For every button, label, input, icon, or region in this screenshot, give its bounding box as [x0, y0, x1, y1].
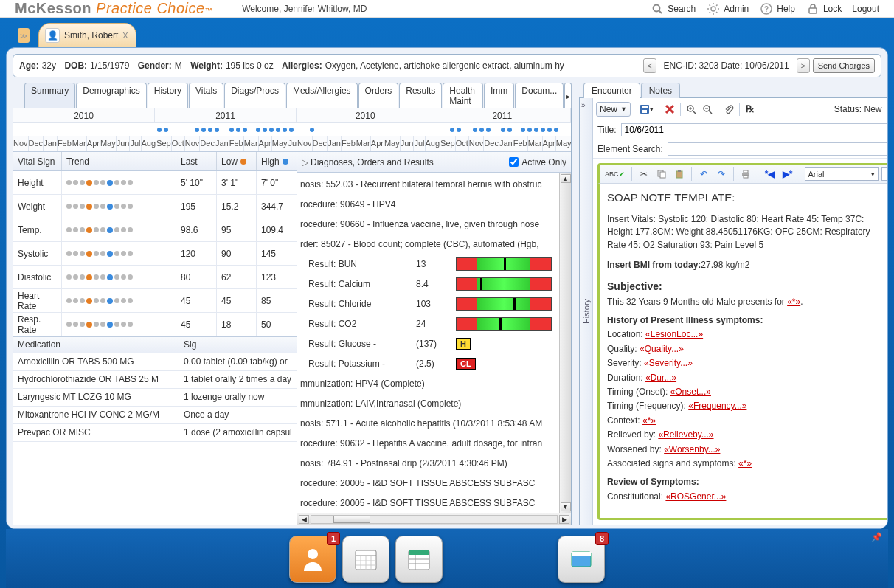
history-rail[interactable]: » History [580, 98, 593, 525]
template-field[interactable]: «*» [738, 458, 752, 468]
low-dot-icon [240, 159, 246, 165]
dock-calendar-icon[interactable] [342, 536, 389, 583]
diag-item[interactable]: rder: 85027 - Blood count; complete (CBC… [299, 234, 559, 254]
delete-icon[interactable] [662, 102, 677, 117]
zoom-out-icon[interactable] [700, 102, 715, 117]
svg-rect-32 [409, 550, 429, 555]
new-note-dropdown[interactable]: New ▼ [596, 102, 631, 117]
zoom-in-icon[interactable] [684, 102, 699, 117]
rx-icon[interactable]: ℞ [743, 102, 758, 117]
month-label: Mar [72, 136, 87, 151]
main-tab-results[interactable]: Results [399, 83, 442, 108]
main-tab-meds-allergies[interactable]: Meds/Allergies [286, 83, 358, 108]
element-search-input[interactable] [668, 142, 887, 156]
tab-encounter[interactable]: Encounter [583, 83, 640, 98]
main-tab-demographics[interactable]: Demographics [76, 83, 146, 108]
dock-window-icon[interactable]: 8 [558, 536, 605, 583]
save-icon[interactable]: ▾ [637, 102, 656, 117]
close-icon[interactable]: X [122, 31, 128, 40]
template-field[interactable]: «Dur...» [645, 373, 676, 383]
redo-icon[interactable]: ↷ [714, 167, 729, 181]
template-field[interactable]: «LesionLoc...» [645, 329, 703, 339]
encounter-prev-button[interactable]: < [643, 58, 656, 73]
result-row[interactable]: Result: Chloride 103 [299, 294, 559, 314]
timeline: 2010 2011 [13, 108, 297, 152]
attachment-icon[interactable] [721, 102, 736, 117]
encounter-next-button[interactable]: > [797, 58, 810, 73]
tab-scroll-right-button[interactable]: ▸ [564, 83, 572, 108]
prev-field-icon[interactable]: *◀ [763, 167, 777, 181]
diag-item[interactable]: nosis: 552.03 - Recurrent bilateral femo… [299, 174, 559, 194]
template-field[interactable]: «*» [642, 415, 656, 426]
main-tab-imm[interactable]: Imm [484, 83, 514, 108]
dock-patient-icon[interactable]: 1 [289, 536, 336, 583]
result-row[interactable]: Result: Potassium - (2.5) CL [299, 353, 559, 373]
print-icon[interactable] [738, 167, 753, 181]
dock-schedule-icon[interactable] [395, 536, 443, 583]
diag-item[interactable]: nosis: 784.91 - Postnasal drip (2/3/2011… [299, 453, 559, 473]
main-tab-health-maint[interactable]: Health Maint [443, 83, 483, 108]
trend-sparkline [62, 218, 176, 241]
result-row[interactable]: Result: BUN 13 [299, 254, 559, 274]
diag-item[interactable]: nosis: 571.1 - Acute alcoholic hepatitis… [299, 413, 559, 433]
template-field[interactable]: «Worsenby...» [664, 444, 720, 454]
month-label: Apr [543, 136, 556, 151]
svg-point-2 [711, 7, 715, 11]
main-tab-docum-[interactable]: Docum... [515, 83, 564, 108]
template-field[interactable]: «Frequency...» [688, 401, 746, 411]
active-only-checkbox[interactable]: Active Only [509, 157, 566, 167]
send-charges-button[interactable]: Send Charges [813, 58, 875, 73]
expand-panel-handle[interactable]: ≫ [18, 28, 30, 43]
main-tab-summary[interactable]: Summary [24, 83, 75, 108]
user-link[interactable]: Jennifer Whitlow, MD [284, 4, 367, 14]
template-field[interactable]: «ROSGener...» [665, 491, 726, 502]
next-field-icon[interactable]: ▶* [780, 167, 795, 181]
diag-item[interactable]: mmunization: HPV4 (Complete) [299, 373, 559, 393]
year-label: 2010 [13, 108, 155, 122]
month-label: Dec [200, 136, 215, 151]
title-input[interactable] [621, 123, 887, 136]
result-row[interactable]: Result: Calcium 8.4 [299, 274, 559, 294]
help-button[interactable]: ? Help [759, 1, 795, 16]
cut-icon[interactable]: ✂ [637, 167, 651, 181]
template-field[interactable]: «Onset...» [670, 387, 711, 397]
horizontal-scrollbar[interactable]: ◀ ▶ [297, 513, 571, 525]
trend-sparkline [62, 195, 176, 218]
font-size-select[interactable]: ▾ [881, 167, 887, 181]
font-family-select[interactable]: Arial▾ [805, 167, 879, 181]
pin-icon[interactable]: 📌 [871, 532, 882, 542]
diag-item[interactable]: rocedure: 90632 - Hepatitis A vaccine, a… [299, 433, 559, 453]
lock-button[interactable]: Lock [805, 1, 842, 16]
diag-item[interactable]: rocedure: 90660 - Influenza vaccine, liv… [299, 214, 559, 234]
admin-button[interactable]: Admin [706, 1, 749, 16]
result-row[interactable]: Result: CO2 24 [299, 314, 559, 333]
template-field[interactable]: «Relieveby...» [658, 429, 713, 440]
result-row[interactable]: Result: Glucose - (137) H [299, 333, 559, 353]
month-label: May [100, 136, 117, 151]
expand-toggle-icon[interactable]: ▷ [302, 157, 311, 167]
template-field[interactable]: «Severity...» [644, 358, 693, 368]
copy-icon[interactable] [654, 167, 669, 181]
template-field[interactable]: «*» [787, 297, 800, 307]
diag-item[interactable]: rocedure: 90649 - HPV4 [299, 194, 559, 214]
search-button[interactable]: Search [650, 1, 696, 16]
logout-button[interactable]: Logout [852, 4, 879, 14]
main-tab-vitals[interactable]: Vitals [189, 83, 224, 108]
patient-tab[interactable]: 👤 Smith, Robert X [38, 23, 136, 47]
diag-item[interactable]: mmunization: LAIV,Intranasal (Complete) [299, 393, 559, 413]
main-tab-diags-procs[interactable]: Diags/Procs [224, 83, 285, 108]
month-label: Jul [414, 136, 425, 151]
svg-rect-8 [642, 110, 647, 113]
diag-item[interactable]: rocedure: 20005 - I&D SOFT TISSUE ABSCES… [299, 473, 559, 493]
template-field[interactable]: «Quality...» [640, 344, 684, 354]
main-tab-orders[interactable]: Orders [358, 83, 399, 108]
vertical-scrollbar[interactable]: ▲▼ [559, 173, 571, 513]
undo-icon[interactable]: ↶ [696, 167, 711, 181]
paste-icon[interactable] [672, 167, 687, 181]
diag-item[interactable]: rocedure: 20005 - I&D SOFT TISSUE ABSCES… [299, 493, 559, 513]
editor-content[interactable]: SOAP NOTE TEMPLATE: Insert Vitals: Systo… [607, 190, 887, 512]
month-label: Mar [356, 136, 371, 151]
tab-notes[interactable]: Notes [641, 83, 680, 98]
spellcheck-icon[interactable]: ABC✔ [603, 167, 627, 181]
main-tab-history[interactable]: History [148, 83, 188, 108]
